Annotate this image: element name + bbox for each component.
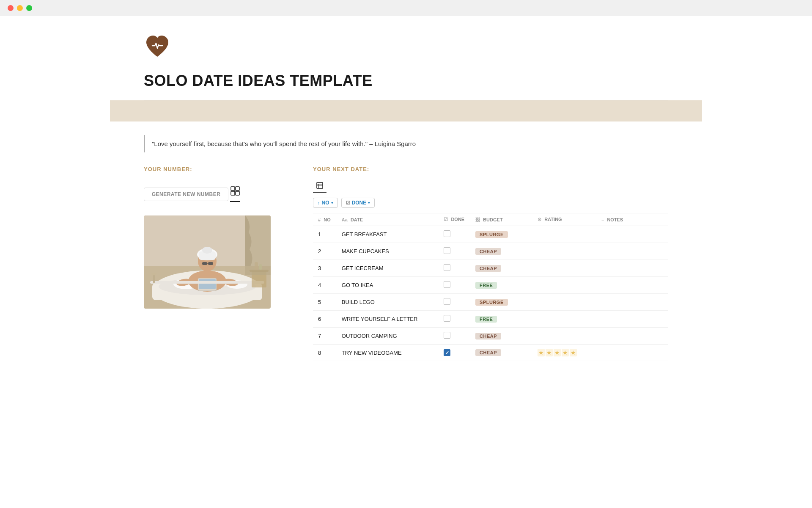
table-row: 8TRY NEW VIDEOGAMECHEAP★★★★★ [313, 345, 668, 361]
filter-done-button[interactable]: ☑ DONE ▾ [341, 198, 375, 208]
done-checkbox[interactable] [444, 230, 450, 237]
svg-rect-26 [153, 275, 155, 283]
table-view-button[interactable] [313, 179, 326, 193]
budget-badge: SPLURGE [475, 299, 508, 306]
done-checkbox[interactable] [444, 298, 450, 305]
done-checkbox[interactable] [444, 264, 450, 271]
svg-rect-27 [151, 273, 156, 275]
checkbox-col-icon: ☑ [444, 217, 448, 222]
table-row: 4GO TO IKEAFREE [313, 277, 668, 294]
maximize-button[interactable] [26, 5, 32, 11]
cell-no: 3 [313, 260, 337, 277]
hash-icon: # [318, 217, 321, 222]
left-panel: YOUR NUMBER: GENERATE NEW NUMBER [144, 166, 288, 309]
cell-budget: FREE [470, 311, 532, 328]
filter-bar: ↑ NO ▾ ☑ DONE ▾ [313, 198, 668, 208]
cell-notes [596, 345, 668, 361]
budget-badge: FREE [475, 316, 497, 323]
cell-done[interactable] [439, 328, 470, 345]
grid-icon [230, 186, 240, 196]
table-row: 2MAKE CUPCAKESCHEAP [313, 243, 668, 260]
titlebar [0, 0, 812, 16]
your-next-date-heading: YOUR NEXT DATE: [313, 166, 668, 172]
cell-done[interactable] [439, 294, 470, 311]
table-icon [316, 182, 323, 189]
cell-no: 6 [313, 311, 337, 328]
dates-table: # NO Aa DATE ☑ DONE 🖼 B [313, 213, 668, 361]
done-checkbox[interactable] [444, 315, 450, 322]
cell-done[interactable] [439, 243, 470, 260]
cell-rating [532, 294, 596, 311]
budget-badge: SPLURGE [475, 231, 508, 238]
table-row: 6WRITE YOURSELF A LETTERFREE [313, 311, 668, 328]
cell-no: 1 [313, 226, 337, 243]
cell-no: 5 [313, 294, 337, 311]
close-button[interactable] [8, 5, 14, 11]
your-number-heading: YOUR NUMBER: [144, 166, 288, 172]
cell-done[interactable] [439, 277, 470, 294]
svg-point-17 [202, 247, 212, 254]
cell-done[interactable] [439, 311, 470, 328]
done-checkbox[interactable] [444, 247, 450, 254]
cell-rating [532, 243, 596, 260]
text-icon: Aa [342, 217, 348, 222]
done-checkbox[interactable] [444, 349, 450, 356]
right-panel: YOUR NEXT DATE: ↑ NO ▾ [313, 166, 668, 361]
cell-no: 8 [313, 345, 337, 361]
cell-done[interactable] [439, 260, 470, 277]
cell-rating [532, 311, 596, 328]
table-row: 7OUTDOOR CAMPINGCHEAP [313, 328, 668, 345]
budget-badge: CHEAP [475, 248, 501, 255]
table-body: 1GET BREAKFASTSPLURGE2MAKE CUPCAKESCHEAP… [313, 226, 668, 361]
cell-date: GET ICECREAM [337, 260, 439, 277]
cell-budget: CHEAP [470, 345, 532, 361]
svg-rect-24 [199, 279, 216, 289]
table-header-row: # NO Aa DATE ☑ DONE 🖼 B [313, 213, 668, 226]
chevron-down-icon: ▾ [331, 201, 333, 205]
cell-rating [532, 277, 596, 294]
minimize-button[interactable] [17, 5, 23, 11]
heart-health-icon [144, 33, 171, 60]
quote-text: "Love yourself first, because that's who… [152, 140, 416, 147]
svg-rect-25 [150, 281, 264, 284]
filter-no-label: NO [322, 200, 329, 206]
star-icon: ★ [554, 349, 561, 356]
lines-icon: ≡ [601, 217, 604, 222]
cell-notes [596, 226, 668, 243]
svg-rect-33 [317, 182, 323, 188]
cell-done[interactable] [439, 226, 470, 243]
star-icon: ★ [538, 349, 545, 356]
cell-budget: SPLURGE [470, 294, 532, 311]
cell-budget: CHEAP [470, 243, 532, 260]
cell-notes [596, 328, 668, 345]
grid-view-toggle[interactable] [230, 186, 240, 202]
svg-rect-2 [231, 191, 235, 195]
cell-notes [596, 243, 668, 260]
star-icon: ★ [562, 349, 569, 356]
filter-no-button[interactable]: ↑ NO ▾ [313, 198, 338, 208]
cell-rating: ★★★★★ [532, 345, 596, 361]
cell-notes [596, 294, 668, 311]
filter-done-label: DONE [352, 200, 367, 206]
image-icon: 🖼 [475, 217, 480, 222]
cell-rating [532, 328, 596, 345]
col-header-no: # NO [313, 213, 337, 226]
budget-badge: CHEAP [475, 265, 501, 272]
page-content: SOLO DATE IDEAS TEMPLATE "Love yourself … [110, 16, 702, 395]
cell-notes [596, 311, 668, 328]
cell-no: 7 [313, 328, 337, 345]
generate-number-button[interactable]: GENERATE NEW NUMBER [144, 188, 228, 201]
svg-rect-19 [208, 262, 213, 265]
cell-done[interactable] [439, 345, 470, 361]
cell-no: 4 [313, 277, 337, 294]
cell-notes [596, 260, 668, 277]
cell-date: WRITE YOURSELF A LETTER [337, 311, 439, 328]
cell-date: MAKE CUPCAKES [337, 243, 439, 260]
cell-budget: SPLURGE [470, 226, 532, 243]
rating-stars: ★★★★★ [538, 349, 591, 356]
done-checkbox[interactable] [444, 332, 450, 339]
col-header-done: ☑ DONE [439, 213, 470, 226]
done-checkbox[interactable] [444, 281, 450, 288]
clock-icon: ⊙ [538, 217, 541, 222]
cell-budget: FREE [470, 277, 532, 294]
